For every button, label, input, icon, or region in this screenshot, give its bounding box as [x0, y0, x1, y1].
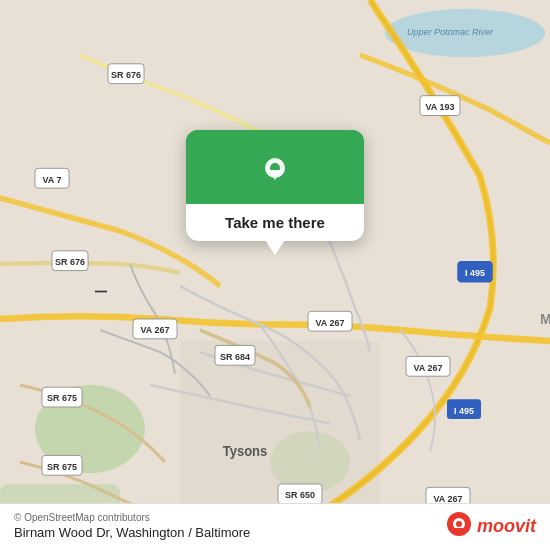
svg-text:VA 7: VA 7	[43, 173, 62, 185]
location-pin-icon	[253, 148, 297, 192]
moovit-icon	[445, 512, 473, 540]
svg-text:Upper Potomac River: Upper Potomac River	[407, 26, 494, 38]
moovit-text: moovit	[477, 516, 536, 537]
svg-text:SR 675: SR 675	[47, 460, 77, 472]
bottom-bar: © OpenStreetMap contributors Birnam Wood…	[0, 503, 550, 550]
bottom-left: © OpenStreetMap contributors Birnam Wood…	[14, 512, 250, 540]
svg-text:Tysons: Tysons	[223, 444, 268, 460]
map-container: SR 676 VA 7 SR 676 VA 193 I 495 I 495 VA…	[0, 0, 550, 550]
svg-text:I 495: I 495	[454, 404, 474, 416]
svg-point-44	[456, 521, 462, 527]
popup-card: Take me there	[186, 130, 364, 241]
map-svg: SR 676 VA 7 SR 676 VA 193 I 495 I 495 VA…	[0, 0, 550, 550]
moovit-logo: moovit	[445, 512, 536, 540]
svg-text:SR 676: SR 676	[55, 256, 85, 268]
svg-text:SR 675: SR 675	[47, 392, 77, 404]
svg-text:SR 684: SR 684	[220, 350, 251, 362]
popup-icon-area	[186, 130, 364, 204]
popup-pointer	[265, 240, 285, 255]
svg-text:VA 193: VA 193	[426, 101, 455, 113]
svg-text:SR 650: SR 650	[285, 489, 315, 501]
svg-text:VA 267: VA 267	[316, 316, 345, 328]
address-text: Birnam Wood Dr, Washington / Baltimore	[14, 525, 250, 540]
svg-text:SR 676: SR 676	[111, 69, 141, 81]
svg-text:M: M	[540, 311, 550, 328]
take-me-there-button[interactable]: Take me there	[186, 204, 364, 241]
copyright-text: © OpenStreetMap contributors	[14, 512, 250, 523]
svg-text:VA 267: VA 267	[414, 361, 443, 373]
svg-text:VA 267: VA 267	[434, 492, 463, 504]
svg-text:VA 267: VA 267	[141, 324, 170, 336]
svg-text:I 495: I 495	[465, 267, 485, 279]
